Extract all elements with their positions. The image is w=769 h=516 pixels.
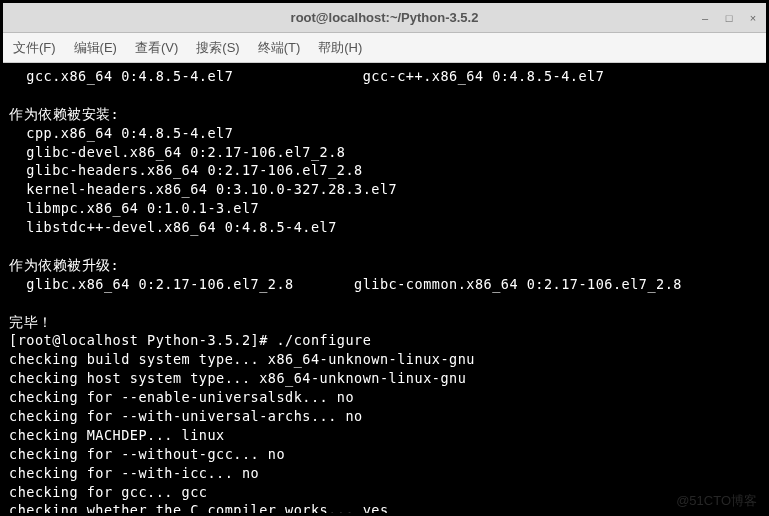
minimize-icon[interactable]: – bbox=[698, 11, 712, 25]
menu-view[interactable]: 查看(V) bbox=[135, 39, 178, 57]
menu-file[interactable]: 文件(F) bbox=[13, 39, 56, 57]
window-title: root@localhost:~/Python-3.5.2 bbox=[291, 10, 479, 25]
watermark: @51CTO博客 bbox=[676, 492, 757, 510]
menu-terminal[interactable]: 终端(T) bbox=[258, 39, 301, 57]
menu-edit[interactable]: 编辑(E) bbox=[74, 39, 117, 57]
menu-help[interactable]: 帮助(H) bbox=[318, 39, 362, 57]
maximize-icon[interactable]: □ bbox=[722, 11, 736, 25]
close-icon[interactable]: × bbox=[746, 11, 760, 25]
titlebar: root@localhost:~/Python-3.5.2 – □ × bbox=[3, 3, 766, 33]
window-controls: – □ × bbox=[698, 11, 760, 25]
menu-search[interactable]: 搜索(S) bbox=[196, 39, 239, 57]
menubar: 文件(F) 编辑(E) 查看(V) 搜索(S) 终端(T) 帮助(H) bbox=[3, 33, 766, 63]
terminal-output[interactable]: gcc.x86_64 0:4.8.5-4.el7 gcc-c++.x86_64 … bbox=[3, 63, 766, 513]
